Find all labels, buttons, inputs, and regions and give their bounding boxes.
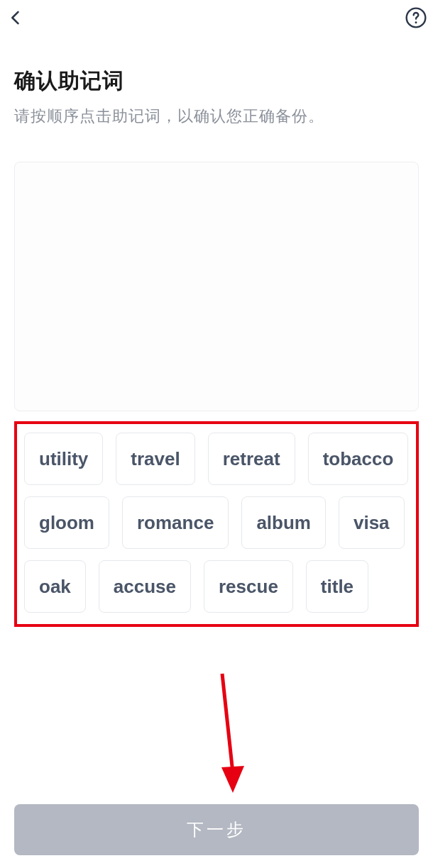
page-title: 确认助记词 <box>14 67 419 96</box>
help-button[interactable] <box>405 6 427 32</box>
mnemonic-words-container: utility travel retreat tobacco gloom rom… <box>14 421 419 627</box>
word-chip[interactable]: retreat <box>208 433 295 485</box>
word-chip[interactable]: travel <box>116 433 194 485</box>
word-chip[interactable]: rescue <box>204 560 293 613</box>
word-chip[interactable]: oak <box>24 560 86 613</box>
next-button[interactable]: 下一步 <box>14 804 419 855</box>
svg-marker-3 <box>221 766 244 793</box>
chevron-left-icon <box>6 8 26 28</box>
back-button[interactable] <box>3 5 28 33</box>
word-chip[interactable]: visa <box>339 496 405 549</box>
word-chip[interactable]: title <box>306 560 368 613</box>
word-chip[interactable]: album <box>241 496 326 549</box>
svg-point-1 <box>415 21 417 23</box>
word-chip[interactable]: romance <box>122 496 229 549</box>
question-mark-circle-icon <box>405 6 427 29</box>
annotation-arrow-icon <box>220 672 263 800</box>
word-chip[interactable]: gloom <box>24 496 109 549</box>
word-chip[interactable]: utility <box>24 433 103 485</box>
word-chip[interactable]: tobacco <box>308 433 409 485</box>
selected-words-area[interactable] <box>14 162 419 411</box>
word-chip[interactable]: accuse <box>99 560 191 613</box>
svg-line-2 <box>222 674 233 773</box>
page-subtitle: 请按顺序点击助记词，以确认您正确备份。 <box>14 104 419 128</box>
